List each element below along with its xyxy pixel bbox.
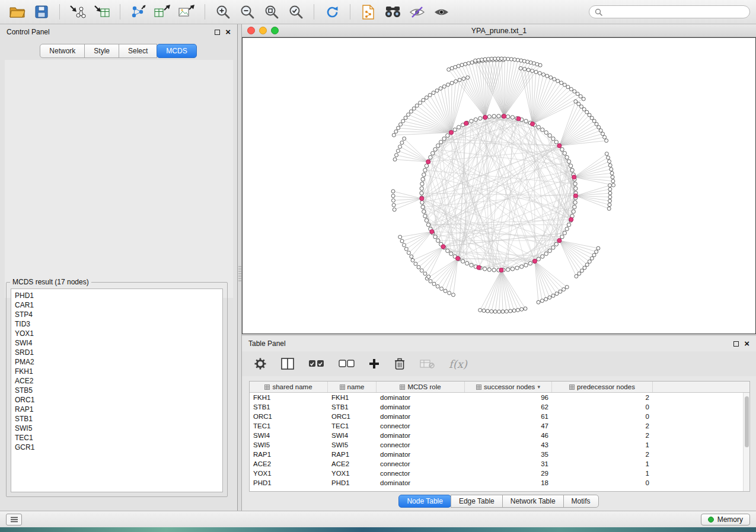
- table-panel-header: Table Panel ×: [242, 336, 756, 351]
- result-item[interactable]: SRD1: [15, 348, 219, 357]
- table-row[interactable]: SWI4SWI4dominator462: [250, 431, 749, 440]
- table-row[interactable]: ORC1ORC1dominator610: [250, 412, 749, 421]
- tab-network-table[interactable]: Network Table: [502, 495, 564, 508]
- toolbar-separator: [59, 4, 60, 20]
- search-input[interactable]: [606, 8, 744, 16]
- table-settings-button[interactable]: [254, 357, 267, 370]
- delete-column-button[interactable]: [394, 357, 406, 370]
- network-view[interactable]: [242, 37, 756, 334]
- zoom-fit-button[interactable]: [260, 2, 283, 22]
- show-details-button[interactable]: [430, 2, 452, 22]
- binoculars-icon: [384, 5, 401, 19]
- update-view-button[interactable]: [321, 2, 343, 22]
- show-columns-button[interactable]: [281, 358, 294, 370]
- find-button[interactable]: [381, 2, 404, 22]
- tab-edge-table[interactable]: Edge Table: [451, 495, 503, 508]
- import-table-button[interactable]: [91, 2, 113, 22]
- column-grid-icon: [569, 384, 575, 390]
- result-item[interactable]: TID3: [15, 319, 219, 329]
- tab-style[interactable]: Style: [84, 44, 119, 58]
- network-title: YPA_prune.txt_1: [242, 27, 756, 35]
- result-item[interactable]: FKH1: [15, 367, 219, 376]
- unchecked-boxes-icon: [339, 360, 355, 368]
- zoom-selected-button[interactable]: [285, 2, 307, 22]
- table-row[interactable]: SWI5SWI5connector431: [250, 440, 749, 450]
- tab-motifs[interactable]: Motifs: [563, 495, 599, 508]
- table-row[interactable]: FKH1FKH1dominator962: [250, 393, 749, 402]
- network-canvas[interactable]: [243, 38, 755, 334]
- result-item[interactable]: YOX1: [15, 329, 219, 338]
- control-panel-title: Control Panel: [7, 28, 50, 36]
- result-item[interactable]: CAR1: [15, 300, 219, 310]
- scrollbar-thumb[interactable]: [745, 396, 749, 447]
- column-header-shared-name[interactable]: shared name: [250, 382, 328, 392]
- select-all-columns-button[interactable]: [308, 360, 324, 368]
- table-header-row: shared namenameMCDS rolesuccessor nodes▾…: [250, 382, 749, 393]
- result-item[interactable]: TEC1: [15, 433, 219, 443]
- open-session-button[interactable]: [6, 2, 28, 22]
- refresh-icon: [324, 4, 340, 20]
- toolbar-separator: [120, 4, 120, 20]
- column-header-predecessor-nodes[interactable]: predecessor nodes: [552, 382, 653, 392]
- vertical-splitter[interactable]: [238, 24, 242, 511]
- splitter-grip-icon[interactable]: [238, 266, 241, 281]
- import-network-button[interactable]: [66, 2, 89, 22]
- filter-button[interactable]: [406, 2, 428, 22]
- deselect-all-columns-button[interactable]: [339, 360, 355, 368]
- export-table-button[interactable]: [151, 2, 174, 22]
- close-table-panel-icon[interactable]: ×: [744, 341, 749, 347]
- zoom-in-icon: [215, 4, 231, 20]
- table-row[interactable]: PHD1PHD1dominator180: [250, 478, 749, 488]
- close-window-button[interactable]: [247, 27, 255, 34]
- minimize-window-button[interactable]: [259, 27, 267, 34]
- plus-icon: [369, 358, 379, 369]
- column-header-successor-nodes[interactable]: successor nodes▾: [465, 382, 552, 392]
- result-item[interactable]: RAP1: [15, 405, 219, 414]
- search-icon: [595, 8, 602, 16]
- zoom-out-button[interactable]: [236, 2, 259, 22]
- table-scrollbar[interactable]: [743, 393, 749, 491]
- result-item[interactable]: SWI5: [15, 424, 219, 433]
- float-table-panel-icon[interactable]: [733, 341, 739, 347]
- create-column-button[interactable]: [369, 358, 379, 369]
- mcds-result-list[interactable]: PHD1CAR1STP4TID3YOX1SWI4SRD1PMA2FKH1ACE2…: [11, 289, 223, 492]
- zoom-out-icon: [240, 4, 256, 20]
- network-titlebar[interactable]: YPA_prune.txt_1: [242, 24, 756, 37]
- save-session-button[interactable]: [30, 2, 53, 22]
- maximize-window-button[interactable]: [271, 27, 279, 34]
- control-panel-content: [5, 60, 233, 298]
- tab-node-table[interactable]: Node Table: [398, 495, 451, 508]
- result-item[interactable]: ACE2: [15, 376, 219, 386]
- result-item[interactable]: PMA2: [15, 357, 219, 367]
- export-image-button[interactable]: [176, 2, 198, 22]
- task-history-button[interactable]: [6, 514, 22, 525]
- tab-network[interactable]: Network: [40, 44, 85, 58]
- column-header-mcds-role[interactable]: MCDS role: [377, 382, 465, 392]
- table-row[interactable]: ACE2ACE2connector311: [250, 459, 749, 469]
- tab-mcds[interactable]: MCDS: [157, 44, 196, 58]
- result-item[interactable]: ORC1: [15, 395, 219, 405]
- search-box[interactable]: [589, 5, 750, 18]
- memory-button[interactable]: Memory: [701, 514, 750, 525]
- close-panel-icon[interactable]: ×: [225, 29, 231, 35]
- zoom-in-button[interactable]: [212, 2, 234, 22]
- result-item[interactable]: STP4: [15, 310, 219, 319]
- float-panel-icon[interactable]: [215, 30, 220, 35]
- result-item[interactable]: SWI4: [15, 338, 219, 348]
- mcds-result-title: MCDS result (17 nodes): [10, 278, 91, 286]
- new-network-button[interactable]: [127, 2, 149, 22]
- result-item[interactable]: STB5: [15, 386, 219, 395]
- result-item[interactable]: GCR1: [15, 443, 219, 452]
- table-row[interactable]: TEC1TEC1connector472: [250, 421, 749, 431]
- network-file-button[interactable]: [357, 2, 379, 22]
- result-item[interactable]: STB1: [15, 414, 219, 424]
- zoom-fit-icon: [264, 4, 280, 20]
- table-row[interactable]: RAP1RAP1dominator352: [250, 450, 749, 459]
- gear-icon: [254, 357, 267, 370]
- tab-select[interactable]: Select: [119, 44, 157, 58]
- table-row[interactable]: YOX1YOX1connector291: [250, 469, 749, 478]
- table-row[interactable]: STB1STB1dominator620: [250, 402, 749, 412]
- application-window: Control Panel × NetworkStyleSelectMCDS O…: [0, 0, 756, 527]
- column-header-name[interactable]: name: [328, 382, 377, 392]
- result-item[interactable]: PHD1: [15, 291, 219, 300]
